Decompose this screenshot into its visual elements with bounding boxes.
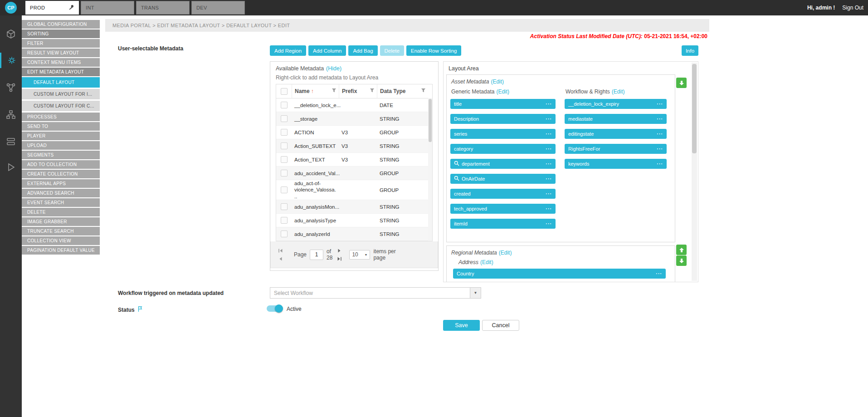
- column-header-data-type[interactable]: Data Type: [377, 84, 428, 98]
- move-region-down-button[interactable]: [676, 255, 687, 266]
- configuration-icon[interactable]: [0, 53, 22, 68]
- chip-menu-icon[interactable]: ...: [546, 115, 552, 120]
- sidebar-item-segments[interactable]: SEGMENTS: [22, 151, 100, 159]
- layout-area-scrollbar-thumb[interactable]: [692, 64, 697, 153]
- sidebar-item-add-to-collection[interactable]: ADD TO COLLECTION: [22, 160, 100, 169]
- select-all-checkbox[interactable]: [281, 88, 288, 95]
- table-scrollbar[interactable]: [428, 98, 432, 241]
- metadata-chip[interactable]: series ...: [450, 129, 556, 139]
- move-region-up-button[interactable]: [676, 245, 687, 255]
- table-row[interactable]: ACTION V3 GROUP: [276, 126, 428, 139]
- column-header-prefix[interactable]: Prefix: [339, 84, 377, 98]
- sidebar-item-upload[interactable]: UPLOAD: [22, 141, 100, 150]
- sidebar-item-send-to[interactable]: SEND TO: [22, 122, 100, 131]
- sidebar-item-image-grabber[interactable]: IMAGE GRABBER: [22, 217, 100, 226]
- row-checkbox[interactable]: [281, 231, 288, 237]
- sidebar-item-edit-metadata-layout[interactable]: EDIT METADATA LAYOUT: [22, 68, 100, 76]
- metadata-chip[interactable]: __deletion_lock_expiry ...: [565, 99, 667, 109]
- add-region-button[interactable]: Add Region: [270, 45, 306, 56]
- enable-row-sorting-button[interactable]: Enable Row Sorting: [406, 45, 462, 56]
- add-bag-button[interactable]: Add Bag: [348, 45, 377, 56]
- filter-icon-prefix[interactable]: [370, 88, 375, 94]
- table-row[interactable]: __storage STRING: [276, 112, 428, 126]
- chip-menu-icon[interactable]: ...: [657, 145, 663, 150]
- hierarchy-icon[interactable]: [0, 107, 22, 123]
- chip-menu-icon[interactable]: ...: [546, 100, 552, 105]
- sidebar-item-result-view-layout[interactable]: RESULT VIEW LAYOUT: [22, 49, 100, 57]
- breadcrumb[interactable]: MEDIA PORTAL > EDIT METADATA LAYOUT > DE…: [105, 19, 709, 32]
- save-button[interactable]: Save: [443, 320, 480, 331]
- generic-metadata-edit-link[interactable]: (Edit): [496, 88, 509, 95]
- chip-menu-icon[interactable]: ...: [656, 270, 662, 275]
- chip-menu-icon[interactable]: ...: [546, 220, 552, 225]
- previous-page-icon[interactable]: [278, 256, 283, 261]
- sidebar-item-advanced-search[interactable]: ADVANCED SEARCH: [22, 189, 100, 197]
- metadata-chip[interactable]: editingstate ...: [565, 129, 667, 139]
- chip-menu-icon[interactable]: ...: [546, 175, 552, 180]
- sidebar-item-pagination-default-value[interactable]: PAGINATION DEFAULT VALUE: [22, 246, 100, 255]
- chip-menu-icon[interactable]: ...: [546, 145, 552, 150]
- row-checkbox[interactable]: [281, 129, 288, 136]
- chip-menu-icon[interactable]: ...: [546, 130, 552, 135]
- filter-icon-name[interactable]: [332, 88, 336, 94]
- metadata-chip[interactable]: departement ...: [450, 159, 556, 169]
- workflow-select[interactable]: Select Workflow ▼: [270, 287, 481, 299]
- info-button[interactable]: Info: [682, 45, 698, 56]
- sidebar-item-external-apps[interactable]: EXTERNAL APPS: [22, 179, 100, 188]
- table-row[interactable]: adu_accident_Val... GROUP: [276, 167, 428, 180]
- sidebar-item-truncate-search[interactable]: TRUNCATE SEARCH: [22, 227, 100, 235]
- status-toggle[interactable]: [267, 305, 282, 312]
- sidebar-item-processes[interactable]: PROCESSES: [22, 113, 100, 121]
- metadata-chip[interactable]: keywords ...: [565, 159, 667, 169]
- tab-dev[interactable]: DEV: [191, 1, 245, 15]
- workflow-rights-edit-link[interactable]: (Edit): [612, 88, 625, 95]
- sidebar-item-context-menu-items[interactable]: CONTEXT MENU ITEMS: [22, 58, 100, 67]
- tab-trans[interactable]: TRANS: [136, 1, 190, 15]
- row-checkbox[interactable]: [281, 203, 288, 210]
- metadata-chip[interactable]: tech_approved ...: [450, 204, 556, 214]
- sidebar-item-custom-layout-c[interactable]: CUSTOM LAYOUT FOR C...: [22, 101, 100, 111]
- table-row[interactable]: adu_analyzerId STRING: [276, 227, 428, 241]
- chip-menu-icon[interactable]: ...: [546, 190, 552, 195]
- chip-menu-icon[interactable]: ...: [657, 100, 663, 105]
- metadata-chip[interactable]: Description ...: [450, 114, 556, 124]
- asset-metadata-edit-link[interactable]: (Edit): [491, 78, 504, 85]
- chip-menu-icon[interactable]: ...: [657, 115, 663, 120]
- row-checkbox[interactable]: [281, 170, 288, 177]
- sidebar-item-default-layout[interactable]: DEFAULT LAYOUT: [22, 77, 100, 88]
- chip-menu-icon[interactable]: ...: [546, 205, 552, 210]
- metadata-chip[interactable]: Country ...: [453, 269, 666, 279]
- page-size-select[interactable]: 10 ▼: [349, 250, 370, 260]
- sidebar-item-player[interactable]: PLAYER: [22, 132, 100, 140]
- sidebar-item-filter[interactable]: FILTER: [22, 39, 100, 48]
- row-checkbox[interactable]: [281, 156, 288, 163]
- cancel-button[interactable]: Cancel: [482, 320, 519, 331]
- chip-menu-icon[interactable]: ...: [657, 130, 663, 135]
- sidebar-item-custom-layout-i[interactable]: CUSTOM LAYOUT FOR I...: [22, 89, 100, 99]
- status-toggle-knob[interactable]: [275, 304, 283, 313]
- workflow-icon[interactable]: [0, 80, 22, 95]
- sidebar-item-sorting[interactable]: SORTING: [22, 29, 100, 38]
- sidebar-item-global-configuration[interactable]: GLOBAL CONFIGURATION: [22, 20, 100, 29]
- layout-area-scrollbar[interactable]: [692, 63, 697, 281]
- metadata-chip[interactable]: created ...: [450, 189, 556, 199]
- app-logo[interactable]: CP: [5, 2, 17, 14]
- metadata-chip[interactable]: title ...: [450, 99, 556, 109]
- sign-out-link[interactable]: Sign Out: [842, 5, 863, 11]
- address-edit-link[interactable]: (Edit): [480, 259, 493, 265]
- move-region-down-button[interactable]: [676, 78, 687, 88]
- table-row[interactable]: adu_analysisType STRING: [276, 214, 428, 227]
- row-checkbox[interactable]: [281, 217, 288, 224]
- sidebar-item-event-search[interactable]: EVENT SEARCH: [22, 198, 100, 207]
- hide-link[interactable]: (Hide): [326, 65, 341, 72]
- table-row[interactable]: Action_SUBTEXT V3 STRING: [276, 139, 428, 153]
- table-row[interactable]: Action_TEXT V3 STRING: [276, 153, 428, 167]
- tab-int[interactable]: INT: [81, 1, 134, 15]
- regional-metadata-edit-link[interactable]: (Edit): [499, 250, 512, 256]
- metadata-chip[interactable]: mediastate ...: [565, 114, 667, 124]
- table-scrollbar-thumb[interactable]: [429, 99, 432, 142]
- chevron-down-icon[interactable]: ▼: [470, 288, 481, 298]
- row-checkbox[interactable]: [281, 142, 288, 149]
- add-column-button[interactable]: Add Column: [308, 45, 346, 56]
- column-header-name[interactable]: Name ↑: [292, 84, 339, 98]
